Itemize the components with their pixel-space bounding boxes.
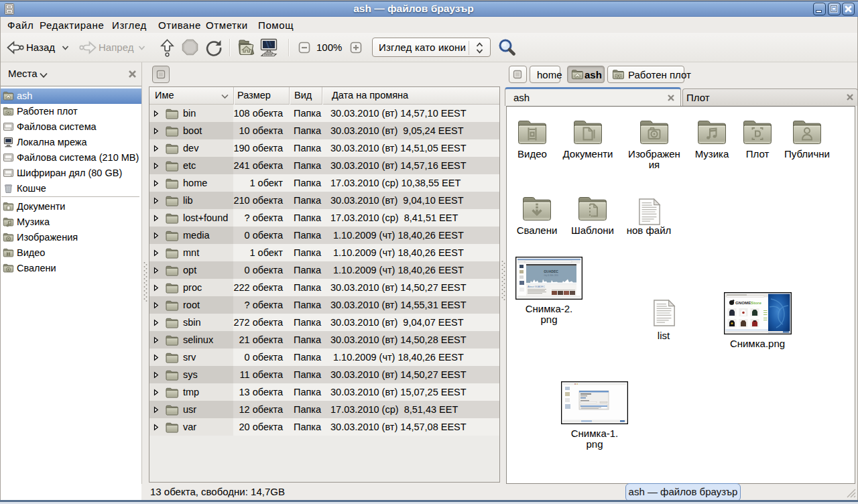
svg-text:July 24-30th, 2010: July 24-30th, 2010 [544, 274, 558, 277]
svg-text:About GUADEC: About GUADEC [528, 286, 545, 288]
svg-text:GNOME: GNOME [735, 300, 751, 305]
svg-text:GUADEC: GUADEC [544, 269, 558, 273]
svg-text:Store: Store [751, 300, 761, 305]
